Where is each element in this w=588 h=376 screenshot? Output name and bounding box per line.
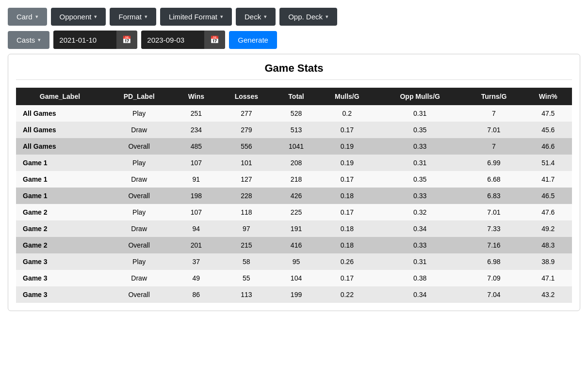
table-cell: 0.18: [318, 237, 376, 253]
game-stats-table: Game_LabelPD_LabelWinsLossesTotalMulls/G…: [16, 88, 572, 303]
format-arrow-icon: ▾: [145, 14, 147, 20]
table-cell: 0.33: [376, 138, 463, 155]
limited-format-arrow-icon: ▾: [220, 14, 223, 20]
table-row: Game 3Overall861131990.220.347.0443.2: [16, 286, 572, 303]
table-cell: 55: [218, 270, 275, 286]
table-cell: 528: [275, 105, 317, 122]
table-cell: 91: [174, 171, 218, 188]
opponent-arrow-icon: ▾: [94, 14, 97, 20]
date-start-calendar-icon[interactable]: 📅: [116, 31, 137, 49]
table-cell: 225: [275, 204, 317, 220]
table-cell: 7: [463, 105, 524, 122]
table-cell: Play: [104, 204, 174, 220]
table-cell: 0.19: [318, 138, 376, 155]
table-cell: Overall: [104, 188, 174, 204]
generate-button[interactable]: Generate: [229, 31, 277, 49]
table-cell: 6.98: [463, 253, 524, 270]
table-cell: 0.19: [318, 155, 376, 171]
table-cell: 7.01: [463, 204, 524, 220]
table-cell: 7.09: [463, 270, 524, 286]
table-cell: Play: [104, 155, 174, 171]
table-cell: 107: [174, 155, 218, 171]
table-cell: All Games: [16, 122, 104, 138]
table-cell: 234: [174, 122, 218, 138]
table-cell: 104: [275, 270, 317, 286]
table-cell: 49: [174, 270, 218, 286]
table-cell: 0.18: [318, 220, 376, 237]
opp-deck-button[interactable]: Opp. Deck ▾: [279, 8, 337, 26]
limited-format-label: Limited Format: [169, 13, 217, 21]
table-cell: 46.6: [524, 138, 572, 155]
opponent-button[interactable]: Opponent ▾: [51, 8, 106, 26]
table-cell: 426: [275, 188, 317, 204]
table-cell: 43.2: [524, 286, 572, 303]
table-cell: 127: [218, 171, 275, 188]
limited-format-button[interactable]: Limited Format ▾: [160, 8, 232, 26]
table-cell: 118: [218, 204, 275, 220]
table-cell: 513: [275, 122, 317, 138]
table-cell: 107: [174, 204, 218, 220]
table-cell: 46.5: [524, 188, 572, 204]
table-row: Game 1Overall1982284260.180.336.8346.5: [16, 188, 572, 204]
casts-label: Casts: [16, 36, 35, 44]
table-cell: 485: [174, 138, 218, 155]
table-cell: 0.38: [376, 270, 463, 286]
table-row: Game 2Draw94971910.180.347.3349.2: [16, 220, 572, 237]
table-cell: 86: [174, 286, 218, 303]
table-cell: 94: [174, 220, 218, 237]
deck-button[interactable]: Deck ▾: [236, 8, 276, 26]
table-cell: Game 1: [16, 171, 104, 188]
col-header-game-label: Game_Label: [16, 88, 104, 105]
table-cell: Game 3: [16, 286, 104, 303]
table-cell: 198: [174, 188, 218, 204]
table-cell: 0.31: [376, 253, 463, 270]
table-cell: 0.26: [318, 253, 376, 270]
table-cell: 97: [218, 220, 275, 237]
table-row: Game 1Play1071012080.190.316.9951.4: [16, 155, 572, 171]
table-cell: 6.68: [463, 171, 524, 188]
table-row: All GamesPlay2512775280.20.31747.5: [16, 105, 572, 122]
table-cell: Draw: [104, 122, 174, 138]
date-end-input[interactable]: [141, 31, 204, 49]
generate-label: Generate: [238, 36, 268, 44]
casts-arrow-icon: ▾: [38, 37, 41, 43]
table-cell: 7.04: [463, 286, 524, 303]
card-arrow-icon: ▾: [35, 14, 38, 20]
table-row: Game 3Play3758950.260.316.9838.9: [16, 253, 572, 270]
col-header-opp-mulls-g: Opp Mulls/G: [376, 88, 463, 105]
table-row: Game 2Play1071182250.170.327.0147.6: [16, 204, 572, 220]
table-cell: 199: [275, 286, 317, 303]
col-header-pd-label: PD_Label: [104, 88, 174, 105]
table-cell: Game 2: [16, 237, 104, 253]
table-cell: 47.6: [524, 204, 572, 220]
table-cell: 0.35: [376, 171, 463, 188]
col-header-total: Total: [275, 88, 317, 105]
table-cell: 208: [275, 155, 317, 171]
col-header-win-: Win%: [524, 88, 572, 105]
toolbar-row-1: Card ▾ Opponent ▾ Format ▾ Limited Forma…: [8, 8, 580, 26]
table-cell: 37: [174, 253, 218, 270]
date-end-calendar-icon[interactable]: 📅: [204, 31, 225, 49]
table-cell: Game 3: [16, 253, 104, 270]
table-cell: 201: [174, 237, 218, 253]
table-cell: 7: [463, 138, 524, 155]
table-cell: 0.32: [376, 204, 463, 220]
date-end-wrap: 📅: [141, 31, 225, 49]
table-cell: Game 2: [16, 220, 104, 237]
table-row: Game 1Draw911272180.170.356.6841.7: [16, 171, 572, 188]
table-cell: 7.16: [463, 237, 524, 253]
table-cell: Game 2: [16, 204, 104, 220]
format-button[interactable]: Format ▾: [110, 8, 156, 26]
casts-button[interactable]: Casts ▾: [8, 31, 49, 49]
table-cell: Draw: [104, 220, 174, 237]
date-start-input[interactable]: [53, 31, 116, 49]
date-start-wrap: 📅: [53, 31, 137, 49]
table-cell: 48.3: [524, 237, 572, 253]
table-cell: Game 3: [16, 270, 104, 286]
table-cell: 47.1: [524, 270, 572, 286]
table-cell: 113: [218, 286, 275, 303]
table-cell: 6.99: [463, 155, 524, 171]
card-button[interactable]: Card ▾: [8, 8, 47, 26]
table-cell: Draw: [104, 171, 174, 188]
table-cell: 7.01: [463, 122, 524, 138]
